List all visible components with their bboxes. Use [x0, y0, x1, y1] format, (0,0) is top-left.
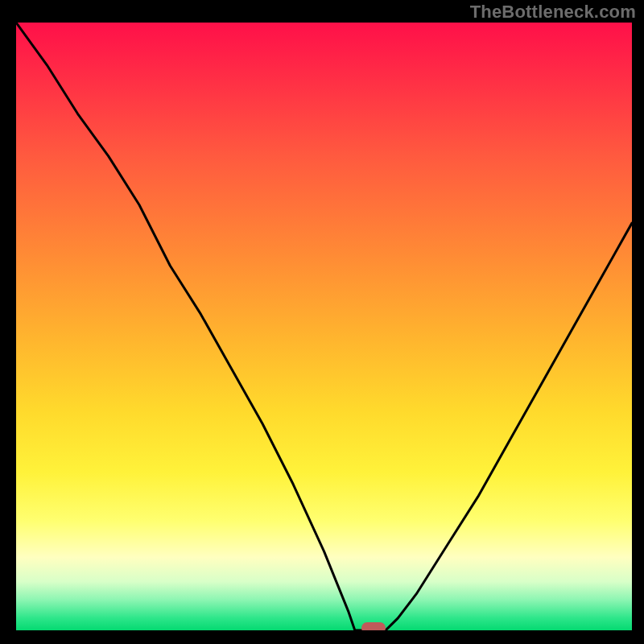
chart-frame: TheBottleneck.com — [0, 0, 644, 644]
bottleneck-curve — [16, 23, 632, 630]
plot-area — [16, 23, 632, 630]
optimal-point-marker — [361, 622, 386, 630]
watermark-text: TheBottleneck.com — [470, 2, 636, 23]
